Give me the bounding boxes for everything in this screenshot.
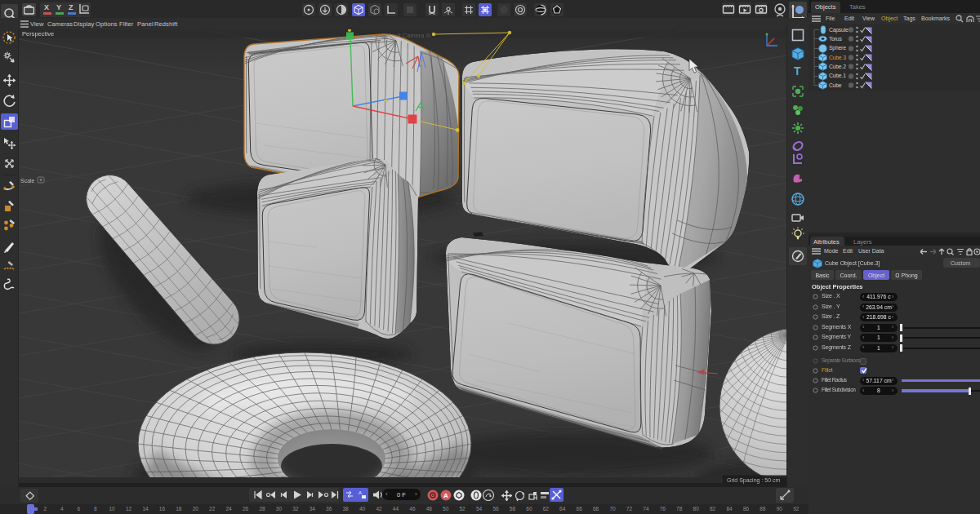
svg-text:Scale: Scale: [20, 178, 35, 184]
svg-text:T: T: [794, 64, 801, 78]
svg-text:Perspective: Perspective: [22, 30, 54, 38]
svg-text:A: A: [359, 490, 362, 495]
svg-text:Grid Spacing : 50 cm: Grid Spacing : 50 cm: [727, 477, 781, 484]
svg-text:Default Camera ⊙: Default Camera ⊙: [381, 32, 431, 39]
svg-text:A: A: [443, 492, 448, 499]
